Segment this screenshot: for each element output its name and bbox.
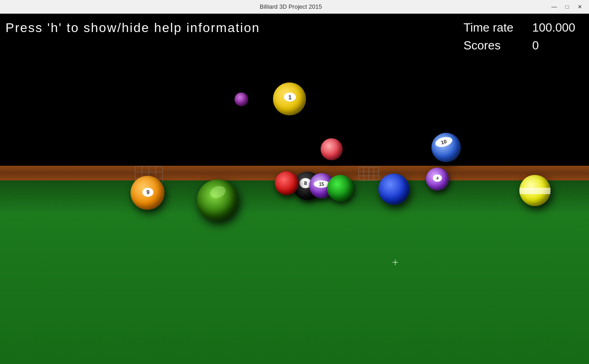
- ball-red: [275, 171, 299, 195]
- close-button[interactable]: ✕: [575, 3, 584, 11]
- scores-value: 0: [532, 38, 569, 53]
- ball-4-purple: [235, 92, 248, 106]
- ball-9-orange: 9: [131, 176, 164, 210]
- ball-10-blue: 10: [431, 133, 461, 162]
- time-rate-label: Time rate: [464, 21, 523, 35]
- ball-2-blue: [378, 174, 409, 205]
- ball-green-large: [197, 179, 238, 221]
- ball-4-striped: 4: [426, 168, 449, 190]
- table-felt: [0, 176, 589, 364]
- ball-pink: [321, 138, 343, 160]
- window-title: Billiard 3D Project 2015: [32, 3, 550, 10]
- window-controls[interactable]: — □ ✕: [550, 3, 584, 11]
- time-rate-value: 100.000: [532, 21, 575, 35]
- time-rate-row: Time rate 100.000: [464, 21, 575, 35]
- ball-1-yellow: 1: [273, 82, 306, 115]
- maximize-button[interactable]: □: [562, 3, 572, 11]
- ball-11-yellow-striped: [519, 175, 551, 206]
- title-bar: Billiard 3D Project 2015 — □ ✕: [0, 0, 589, 14]
- game-area[interactable]: Press 'h' to show/hide help information …: [0, 14, 589, 364]
- scores-row: Scores 0: [464, 38, 575, 53]
- pocket-right: [357, 166, 380, 184]
- minimize-button[interactable]: —: [550, 3, 559, 11]
- scores-label: Scores: [464, 38, 523, 53]
- stats-panel: Time rate 100.000 Scores 0: [464, 21, 575, 56]
- help-text: Press 'h' to show/hide help information: [5, 21, 260, 35]
- ball-6-green: [327, 175, 354, 201]
